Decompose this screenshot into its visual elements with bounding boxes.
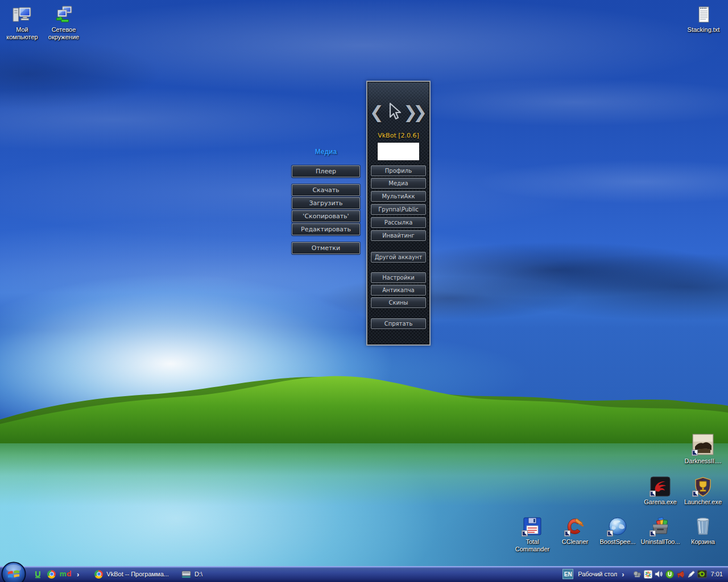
desktop-icon-uninstalltool[interactable]: UninstallToo... [638, 515, 682, 546]
cursor-arrow-icon [385, 102, 402, 122]
taskbar-task-vkbot[interactable]: VkBot -- Программа... [94, 570, 169, 579]
media-button-upload[interactable]: Загрузить [292, 197, 360, 209]
shortcut-arrow-icon [692, 490, 698, 497]
tray-connection-icon[interactable] [643, 569, 653, 579]
drive-icon [181, 571, 191, 578]
icon-label: Корзина [681, 538, 725, 546]
quick-launch-chevron-icon[interactable]: › [77, 570, 79, 579]
desktop-icon-boostspeed[interactable]: BoostSpee... [595, 515, 640, 546]
utorrent-tray-icon[interactable] [665, 569, 675, 579]
icon-label: Сетевое окружение [42, 26, 86, 41]
shortcut-arrow-icon [692, 450, 698, 456]
vkbot-button-multiacc[interactable]: МультиАкк [371, 191, 426, 202]
media-button-download[interactable]: Скачать [292, 184, 360, 196]
task-label: D:\ [195, 571, 202, 577]
red-horn-icon[interactable] [676, 569, 685, 579]
vkbot-button-other-account[interactable]: Другой аккаунт [371, 252, 426, 263]
desktop-icon-garena[interactable]: Garena.exe [638, 475, 682, 506]
globe-icon [595, 515, 640, 537]
media-button-player[interactable]: Плеер [292, 165, 360, 177]
vkbot-button-inviting[interactable]: Инвайтинг [371, 230, 426, 241]
logo-right-bracket: ❯❯ [403, 102, 427, 122]
image-thumbnail-icon [681, 432, 725, 456]
language-indicator[interactable]: EN [562, 569, 573, 579]
icon-label: BoostSpee... [595, 538, 640, 546]
shortcut-arrow-icon [564, 530, 570, 537]
vkbot-button-profile[interactable]: Профиль [371, 165, 426, 176]
desktop-icon-network[interactable]: Сетевое окружение [42, 3, 86, 41]
desktop-icon-launcher[interactable]: Launcher.exe [681, 475, 725, 506]
media-button-marks[interactable]: Отметки [292, 242, 360, 254]
toolbar-chevron-icon[interactable]: › [622, 570, 624, 579]
icon-label: CCleaner [553, 538, 597, 546]
task-label: VkBot -- Программа... [106, 571, 169, 577]
shortcut-arrow-icon [650, 490, 656, 497]
chrome-icon [94, 570, 103, 579]
utorrent-icon[interactable] [33, 569, 42, 579]
icon-label: Мой компьютер [0, 26, 44, 41]
icon-label: UninstallToo... [638, 538, 682, 546]
icon-label: Garena.exe [638, 498, 682, 506]
shield-trophy-icon [681, 475, 725, 497]
text-file-icon [681, 3, 726, 24]
desktop-icon-stacking-txt[interactable]: Stacking.txt [681, 3, 726, 34]
recycle-bin-icon [681, 515, 725, 537]
media-button-copy[interactable]: 'Скопировать' [292, 210, 360, 222]
taskbar-clock[interactable]: 7:01 [711, 571, 723, 577]
chrome-icon[interactable] [47, 570, 56, 579]
desktop-icon-my-computer[interactable]: Мой компьютер [0, 3, 44, 41]
pen-tool-icon[interactable] [686, 569, 696, 579]
system-tray [632, 569, 707, 579]
shortcut-arrow-icon [607, 530, 613, 537]
nvidia-icon[interactable] [697, 569, 707, 579]
icon-label: DarknessII.... [681, 458, 725, 465]
vkbot-button-settings[interactable]: Настройки [371, 272, 426, 283]
mediaget-d: d [67, 571, 72, 577]
garena-icon [638, 475, 682, 497]
desktop-icon-darkness[interactable]: DarknessII.... [681, 432, 725, 465]
vkbot-button-mailing[interactable]: Рассылка [371, 217, 426, 228]
icon-label: Launcher.exe [681, 498, 725, 506]
uninstall-tool-icon [638, 515, 682, 537]
quick-launch: md [33, 569, 70, 579]
vkbot-button-group-public[interactable]: Группа\Public [371, 204, 426, 215]
taskbar-task-drive-d[interactable]: D:\ [181, 571, 202, 578]
desktop-icon-total-commander[interactable]: Total Commander [510, 515, 555, 553]
shortcut-arrow-icon [650, 530, 656, 537]
start-button[interactable] [1, 561, 27, 582]
ccleaner-icon [553, 515, 597, 537]
vkbot-logo: ❮ ❯❯ [367, 95, 429, 128]
shortcut-arrow-icon [522, 530, 528, 537]
wallpaper-water [0, 440, 728, 566]
icon-label: Stacking.txt [681, 26, 726, 34]
tray-device-icon[interactable] [632, 569, 642, 579]
vkbot-panel: ❮ ❯❯ VkBot [2.0.6] Профиль Медиа МультиА… [366, 81, 431, 346]
vkbot-image-box[interactable] [378, 143, 419, 160]
taskbar: md › VkBot -- Программа... D:\ EN Рабочи… [0, 566, 728, 582]
vkbot-button-anticaptcha[interactable]: Антикапча [371, 285, 426, 296]
my-computer-icon [0, 3, 44, 24]
mediaget-m: m [59, 571, 67, 577]
mediaget-icon[interactable]: md [61, 569, 70, 579]
icon-label: Total Commander [510, 538, 555, 553]
media-menu-title: Медиа [292, 148, 360, 156]
media-button-edit[interactable]: Редактировать [292, 223, 360, 235]
vkbot-button-hide[interactable]: Спрятать [371, 318, 426, 329]
desktop-icon-ccleaner[interactable]: CCleaner [553, 515, 597, 546]
logo-left-bracket: ❮ [370, 102, 384, 122]
network-icon [42, 3, 86, 24]
wallpaper-hills [0, 358, 728, 443]
desktop-icon-recycle-bin[interactable]: Корзина [681, 515, 725, 546]
vkbot-button-media[interactable]: Медиа [371, 178, 426, 189]
desktop-toolbar-label[interactable]: Рабочий стол [578, 571, 617, 577]
vkbot-title: VkBot [2.0.6] [367, 132, 429, 139]
volume-icon[interactable] [654, 569, 664, 579]
vkbot-button-skins[interactable]: Скины [371, 297, 426, 308]
floppy-disk-icon [510, 515, 555, 537]
